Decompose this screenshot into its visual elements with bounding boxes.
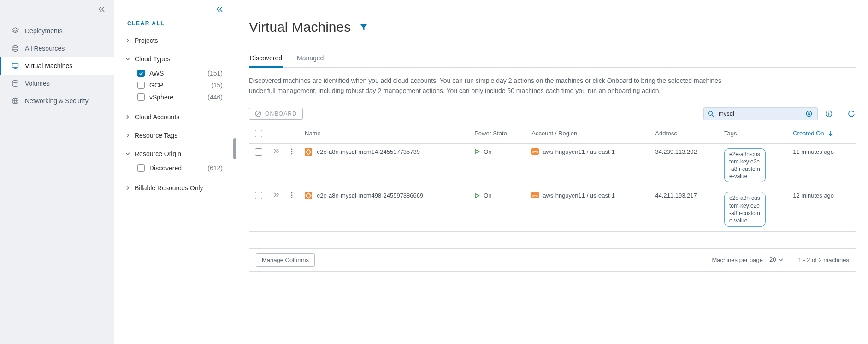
filter-option-discovered[interactable]: Discovered (612) — [137, 162, 223, 174]
filter-option-label: Discovered — [149, 164, 182, 172]
onboard-button[interactable]: ONBOARD — [249, 108, 303, 120]
svg-point-26 — [291, 197, 293, 198]
onboard-label: ONBOARD — [265, 111, 297, 117]
created-on-value: 12 minutes ago — [787, 187, 856, 232]
filter-panel: CLEAR ALL Projects Cloud Types — [114, 0, 235, 344]
search-icon — [708, 111, 714, 117]
svg-point-7 — [12, 81, 18, 82]
nav-label: Networking & Security — [25, 97, 89, 105]
filter-option-count: (612) — [207, 164, 223, 172]
main-content: Virtual Machines Discovered Managed Disc… — [235, 0, 868, 344]
nav-item-networking-security[interactable]: Networking & Security — [0, 92, 114, 110]
per-page-select[interactable]: 20 — [768, 255, 785, 264]
filters-collapse-button[interactable] — [215, 5, 224, 14]
chevron-right-icon — [125, 133, 130, 138]
account-region-value: aws-hnguyen11 / us-east-1 — [543, 192, 615, 199]
play-icon — [474, 193, 480, 198]
nav-item-virtual-machines[interactable]: Virtual Machines — [0, 57, 114, 75]
svg-point-22 — [291, 153, 293, 154]
chevron-down-icon — [125, 57, 130, 61]
checkbox-icon — [137, 164, 145, 172]
svg-point-11 — [709, 111, 712, 115]
info-button[interactable] — [824, 109, 833, 118]
checkbox-icon — [137, 93, 145, 101]
tag-chip[interactable]: e2e-a8n-custom-key:e2e-a8n-custome-value — [724, 192, 766, 227]
svg-point-25 — [291, 195, 293, 196]
search-input[interactable] — [718, 110, 801, 117]
row-checkbox[interactable] — [255, 148, 262, 156]
filter-group-resource-tags[interactable]: Resource Tags — [122, 127, 226, 144]
kebab-icon — [291, 148, 293, 155]
machine-name[interactable]: e2e-a8n-mysql-mcm498-245597386669 — [317, 192, 423, 199]
col-account-region[interactable]: Account / Region — [526, 125, 650, 144]
filter-option-gcp[interactable]: GCP (15) — [137, 79, 223, 91]
clear-all-filters[interactable]: CLEAR ALL — [114, 18, 226, 31]
nav-collapse-button[interactable] — [0, 0, 114, 18]
manage-columns-button[interactable]: Manage Columns — [256, 253, 315, 267]
row-checkbox[interactable] — [255, 192, 262, 199]
scrollbar-thumb[interactable] — [233, 138, 236, 159]
no-entry-icon — [255, 111, 261, 117]
aws-logo-icon: aws — [531, 148, 539, 155]
clear-search-button[interactable] — [804, 109, 814, 118]
aws-logo-icon: aws — [531, 192, 539, 198]
table-footer: Manage Columns Machines per page 20 1 - … — [249, 248, 856, 271]
address-value: 44.211.193.217 — [650, 187, 719, 232]
row-actions-menu[interactable] — [291, 148, 294, 155]
nav-item-volumes[interactable]: Volumes — [0, 75, 114, 92]
filter-funnel-button[interactable] — [359, 23, 368, 32]
power-state-value: On — [484, 192, 491, 199]
col-address[interactable]: Address — [650, 125, 719, 144]
page-title: Virtual Machines — [249, 19, 351, 35]
tab-managed[interactable]: Managed — [296, 51, 325, 68]
double-chevron-left-icon — [98, 6, 106, 12]
created-on-value: 11 minutes ago — [787, 143, 856, 187]
pagination-range: 1 - 2 of 2 machines — [798, 257, 849, 263]
expand-row-button[interactable] — [273, 148, 280, 154]
funnel-icon — [360, 23, 368, 31]
search-box[interactable] — [703, 107, 818, 120]
filter-group-projects[interactable]: Projects — [122, 32, 226, 49]
col-created-label: Created On — [793, 130, 824, 137]
volumes-icon — [11, 79, 19, 87]
filter-group-cloud-types[interactable]: Cloud Types — [122, 51, 226, 67]
col-tags[interactable]: Tags — [719, 125, 787, 144]
svg-marker-23 — [475, 150, 479, 154]
col-power-state[interactable]: Power State — [469, 125, 526, 144]
double-chevron-left-icon — [216, 6, 224, 12]
filter-option-vsphere[interactable]: vSphere (446) — [137, 91, 223, 103]
filter-group-cloud-accounts[interactable]: Cloud Accounts — [122, 109, 226, 125]
networking-icon — [11, 97, 19, 105]
tag-chip[interactable]: e2e-a8n-custom-key:e2e-a8n-custome-value — [724, 148, 766, 183]
divider — [840, 109, 840, 118]
refresh-button[interactable] — [847, 109, 856, 118]
filter-group-resource-origin[interactable]: Resource Origin — [122, 146, 226, 162]
select-all-checkbox[interactable] — [255, 130, 262, 137]
filter-group-label: Cloud Types — [135, 55, 171, 63]
nav-item-deployments[interactable]: Deployments — [0, 22, 114, 40]
svg-rect-4 — [12, 63, 18, 67]
chevron-down-icon — [779, 258, 783, 262]
table-row: e2e-a8n-mysql-mcm14-245597735739 On awsa… — [249, 143, 856, 187]
machine-name[interactable]: e2e-a8n-mysql-mcm14-245597735739 — [317, 148, 420, 155]
col-name[interactable]: Name — [299, 125, 469, 144]
row-actions-menu[interactable] — [291, 192, 294, 198]
col-created-on[interactable]: Created On — [787, 125, 856, 144]
filter-option-count: (446) — [207, 93, 223, 101]
double-chevron-right-icon — [273, 192, 280, 198]
play-icon — [474, 149, 480, 154]
info-icon — [825, 110, 833, 117]
svg-line-10 — [256, 112, 260, 116]
filter-option-aws[interactable]: AWS (151) — [137, 67, 223, 79]
tab-discovered[interactable]: Discovered — [249, 51, 283, 68]
close-circle-icon — [806, 111, 812, 117]
filter-group-label: Resource Tags — [135, 132, 177, 139]
svg-point-18 — [828, 111, 829, 112]
expand-row-button[interactable] — [273, 192, 280, 198]
filter-group-billable[interactable]: Billable Resources Only — [122, 180, 226, 196]
kebab-icon — [291, 192, 293, 198]
aws-compute-icon — [305, 192, 312, 199]
nav-item-all-resources[interactable]: All Resources — [0, 40, 114, 57]
svg-point-1 — [12, 46, 18, 52]
nav-label: Deployments — [25, 27, 63, 35]
